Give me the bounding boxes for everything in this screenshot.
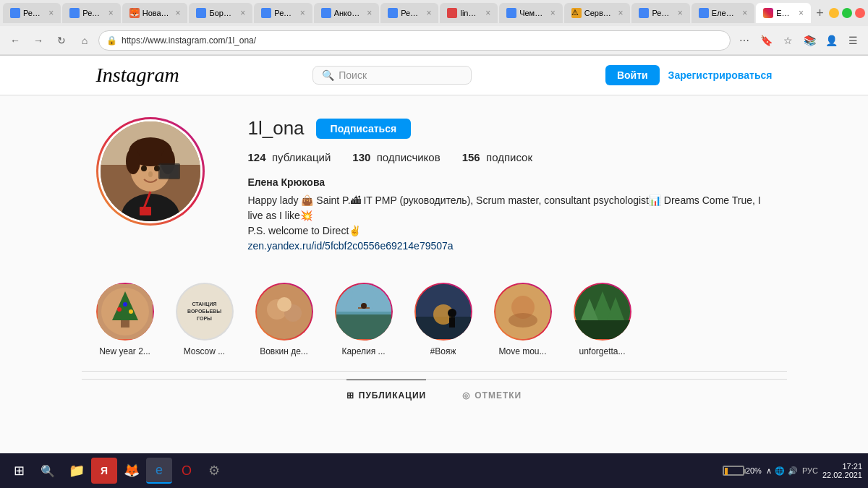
- star-icon[interactable]: ☆: [778, 31, 797, 50]
- tab-close-2[interactable]: ×: [109, 8, 114, 18]
- tab-label-8: linkedin –: [460, 9, 480, 17]
- tab-mentions[interactable]: ◎ ОТМЕТКИ: [462, 380, 522, 411]
- svg-rect-17: [121, 320, 129, 328]
- language-indicator: РУС: [802, 466, 818, 475]
- tab-5[interactable]: Редактор ×: [254, 3, 312, 23]
- post-thumb-1[interactable]: [96, 414, 320, 454]
- avatar: [101, 121, 200, 221]
- tab-publications[interactable]: ⊞ ПУБЛИКАЦИИ: [346, 380, 426, 411]
- bookmark-icon[interactable]: 🔖: [757, 31, 775, 50]
- svg-point-20: [123, 302, 127, 307]
- tab-close-4[interactable]: ×: [240, 8, 245, 18]
- profile-icon[interactable]: 👤: [822, 31, 841, 50]
- speaker-icon[interactable]: 🔊: [788, 466, 798, 476]
- new-tab-button[interactable]: +: [812, 3, 827, 23]
- menu-icon[interactable]: ☰: [843, 31, 862, 50]
- avatar-image: [101, 121, 200, 221]
- network-icon: 🌐: [775, 466, 785, 476]
- close-button[interactable]: [855, 8, 865, 18]
- taskbar-settings-app[interactable]: ⚙: [201, 458, 227, 484]
- post-thumb-3[interactable]: [549, 414, 773, 454]
- browser-chrome: Редактор × Редактор × 🦊 Новая вкл... × Б…: [0, 0, 868, 56]
- taskbar-edge-app[interactable]: e: [146, 458, 172, 484]
- tab-8[interactable]: linkedin – ×: [440, 3, 498, 23]
- minimize-button[interactable]: [829, 8, 839, 18]
- maximize-button[interactable]: [842, 8, 852, 18]
- taskbar-right: 20% ∧ 🌐 🔊 РУС 17:21 22.02.2021: [723, 462, 862, 479]
- tab-icon-12: [699, 8, 709, 18]
- forward-button[interactable]: →: [29, 31, 48, 50]
- tab-label-5: Редактор: [274, 9, 294, 17]
- start-button[interactable]: ⊞: [6, 458, 32, 484]
- tab-close-12[interactable]: ×: [742, 8, 747, 18]
- tab-10[interactable]: ⚠ Сервер не... ×: [564, 3, 631, 23]
- followers-stat: 130 подписчиков: [352, 151, 440, 163]
- back-button[interactable]: ←: [6, 31, 25, 50]
- refresh-button[interactable]: ↻: [52, 31, 71, 50]
- extensions-icon[interactable]: ⋯: [735, 31, 754, 50]
- bookmarks-icon[interactable]: 📚: [800, 31, 819, 50]
- svg-point-5: [126, 148, 140, 174]
- tab-icon-7: [388, 8, 398, 18]
- ig-profile-info: 1l_ona Подписаться 124 публикаций 130 по…: [248, 117, 773, 254]
- taskbar-firefox-app[interactable]: 🦊: [119, 458, 145, 484]
- nav-bar: ← → ↻ ⌂ 🔒 https://www.instagram.com/1l_o…: [0, 26, 868, 55]
- tab-12[interactable]: Елена Кр... ×: [692, 3, 754, 23]
- tab-11[interactable]: Редактор ×: [631, 3, 689, 23]
- tab-4[interactable]: Борис Се... ×: [189, 3, 252, 23]
- instagram-logo: Instagram: [96, 64, 179, 87]
- address-text: https://www.instagram.com/1l_ona/: [122, 35, 723, 46]
- login-button[interactable]: Войти: [605, 65, 660, 85]
- following-stat: 156 подписок: [462, 151, 532, 163]
- tab-2[interactable]: Редактор ×: [62, 3, 120, 23]
- svg-point-34: [448, 309, 456, 317]
- tab-close-10[interactable]: ×: [618, 8, 623, 18]
- tab-close-13[interactable]: ×: [799, 8, 804, 18]
- taskbar-search-button[interactable]: 🔍: [35, 458, 61, 484]
- tab-close-11[interactable]: ×: [678, 8, 683, 18]
- tab-3[interactable]: 🦊 Новая вкл... ×: [122, 3, 188, 23]
- taskbar-time: 17:21: [822, 462, 862, 471]
- tab-9[interactable]: Чем хоро... ×: [499, 3, 563, 23]
- story-1[interactable]: New year 2...: [96, 283, 154, 356]
- taskbar-yandex-app[interactable]: Я: [91, 458, 117, 484]
- tab-close-1[interactable]: ×: [48, 8, 54, 18]
- instagram-page: Instagram 🔍 Войти Зарегистрироваться: [0, 56, 868, 454]
- tab-close-6[interactable]: ×: [367, 8, 372, 18]
- tab-close-3[interactable]: ×: [175, 8, 180, 18]
- tab-1[interactable]: Редактор ×: [3, 3, 61, 23]
- ig-nav: Instagram 🔍 Войти Зарегистрироваться: [82, 56, 787, 95]
- post-thumb-2[interactable]: [323, 414, 546, 454]
- ig-posts-nav: ⊞ ПУБЛИКАЦИИ ◎ ОТМЕТКИ: [82, 379, 787, 411]
- register-button[interactable]: Зарегистрироваться: [668, 69, 773, 81]
- address-bar[interactable]: 🔒 https://www.instagram.com/1l_ona/: [98, 30, 731, 51]
- tab-close-9[interactable]: ×: [550, 8, 556, 18]
- story-3[interactable]: Вовкин де...: [255, 283, 313, 356]
- story-2[interactable]: СТАНЦИЯВОРОБЬЕВЫГОРЫ Moscow ...: [176, 283, 234, 356]
- story-5[interactable]: #Вояж: [414, 283, 472, 356]
- expand-icon[interactable]: ∧: [766, 466, 772, 476]
- ig-search-box[interactable]: 🔍: [312, 66, 472, 85]
- tab-icon-11: [639, 8, 649, 18]
- tab-7[interactable]: Редактор ×: [380, 3, 438, 23]
- follow-button[interactable]: Подписаться: [316, 119, 412, 139]
- tab-close-7[interactable]: ×: [426, 8, 431, 18]
- story-label-6: Move mou...: [498, 346, 546, 356]
- tab-icon-10: ⚠: [571, 8, 582, 18]
- story-7[interactable]: unforgetta...: [574, 283, 631, 356]
- taskbar-opera-app[interactable]: O: [174, 458, 200, 484]
- story-6[interactable]: Move mou...: [494, 283, 552, 356]
- home-button[interactable]: ⌂: [75, 31, 94, 50]
- svg-rect-26: [336, 313, 391, 339]
- taskbar-files-app[interactable]: 📁: [64, 458, 90, 484]
- battery-percent: 20%: [746, 466, 762, 475]
- tab-6[interactable]: Анкор, еш... ×: [314, 3, 379, 23]
- tab-close-8[interactable]: ×: [485, 8, 490, 18]
- story-4[interactable]: Карелия ...: [335, 283, 393, 356]
- search-input[interactable]: [339, 69, 454, 81]
- ig-stories: New year 2... СТАНЦИЯВОРОБЬЕВЫГОРЫ Mosco…: [82, 275, 787, 372]
- tab-13-active[interactable]: Елена... ×: [756, 3, 811, 23]
- tab-close-5[interactable]: ×: [300, 8, 305, 18]
- tab-label-4: Борис Се...: [209, 9, 234, 17]
- ig-bio-link[interactable]: zen.yandex.ru/id/5fcbf2c0556e69214e79507…: [248, 240, 454, 252]
